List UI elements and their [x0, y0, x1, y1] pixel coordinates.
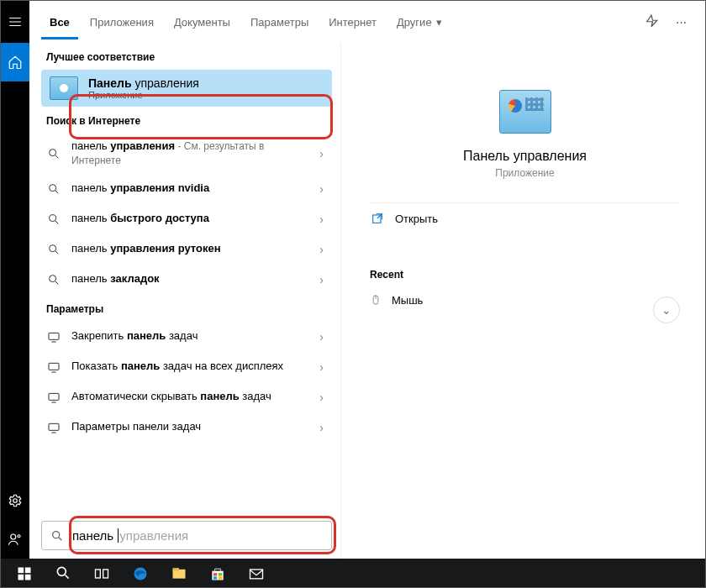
svg-rect-19: [25, 575, 31, 580]
chevron-right-icon: ›: [316, 330, 327, 344]
search-icon: [46, 243, 61, 256]
more-button[interactable]: ⋯: [669, 16, 693, 29]
chevron-right-icon: ›: [316, 213, 327, 226]
search-input[interactable]: панель управления: [41, 521, 332, 550]
search-icon: [46, 182, 61, 196]
search-icon: [46, 273, 61, 286]
taskbar: [1, 559, 705, 588]
settings-button[interactable]: [1, 481, 29, 520]
open-icon: [370, 212, 385, 225]
best-match-subtitle: Приложение: [88, 90, 199, 100]
preview-app-icon: [499, 90, 551, 134]
svg-point-6: [50, 244, 56, 251]
mail-button[interactable]: [238, 559, 275, 588]
web-result[interactable]: панель управления рутокен ›: [41, 234, 332, 265]
chevron-right-icon: ›: [316, 147, 327, 160]
preview-pane: Панель управления Приложение Открыть ⌄ R…: [340, 43, 705, 559]
svg-rect-27: [213, 573, 217, 575]
expand-button[interactable]: ⌄: [653, 297, 680, 323]
open-action[interactable]: Открыть: [370, 202, 680, 234]
svg-rect-11: [49, 423, 59, 430]
chevron-right-icon: ›: [316, 421, 327, 434]
svg-point-12: [53, 531, 60, 538]
chevron-right-icon: ›: [316, 243, 327, 256]
svg-rect-9: [49, 363, 59, 370]
svg-rect-17: [25, 568, 31, 574]
display-icon: [46, 421, 61, 434]
profile-button[interactable]: [1, 520, 29, 559]
svg-rect-8: [49, 333, 59, 339]
web-result[interactable]: панель закладок ›: [41, 265, 332, 295]
svg-rect-29: [213, 576, 217, 579]
section-settings: Параметры: [41, 295, 332, 322]
svg-rect-31: [250, 570, 263, 579]
tab-internet[interactable]: Интернет: [320, 11, 385, 34]
search-panel: Все Приложения Документы Параметры Интер…: [29, 1, 705, 559]
svg-rect-30: [219, 576, 222, 579]
section-web-search: Поиск в Интернете: [41, 107, 332, 134]
svg-point-0: [13, 499, 18, 503]
search-icon: [46, 147, 61, 160]
settings-result[interactable]: Автоматически скрывать панель задач ›: [41, 382, 332, 412]
preview-title: Панель управления: [370, 149, 680, 164]
store-button[interactable]: [199, 559, 236, 588]
svg-rect-22: [103, 570, 108, 578]
hamburger-button[interactable]: [1, 1, 29, 43]
filter-tabs: Все Приложения Документы Параметры Интер…: [29, 1, 705, 43]
settings-result[interactable]: Закрепить панель задач ›: [41, 322, 332, 352]
task-view-button[interactable]: [83, 559, 120, 588]
svg-rect-16: [18, 568, 24, 574]
preview-subtitle: Приложение: [370, 167, 680, 179]
chevron-right-icon: ›: [316, 360, 327, 374]
recent-item[interactable]: Мышь: [370, 286, 680, 314]
settings-result[interactable]: Параметры панели задач ›: [41, 412, 332, 443]
chevron-right-icon: ›: [316, 182, 327, 196]
tab-apps[interactable]: Приложения: [82, 11, 162, 34]
sidebar: [1, 1, 29, 559]
recent-header: Recent: [370, 269, 680, 286]
tab-all[interactable]: Все: [41, 5, 78, 39]
search-icon: [46, 213, 61, 226]
edge-button[interactable]: [122, 559, 159, 588]
display-icon: [46, 330, 61, 344]
chevron-down-icon: ▾: [436, 16, 442, 29]
explorer-button[interactable]: [161, 559, 198, 588]
svg-rect-21: [96, 570, 101, 578]
svg-point-3: [50, 150, 56, 156]
svg-point-1: [11, 534, 16, 539]
svg-rect-10: [49, 393, 59, 400]
tab-others[interactable]: Другие▾: [388, 11, 450, 34]
svg-point-7: [50, 275, 56, 281]
results-list: Лучшее соответствие Панель управления Пр…: [29, 43, 340, 559]
best-match-item[interactable]: Панель управления Приложение: [41, 70, 332, 107]
mouse-icon: [370, 292, 382, 307]
svg-point-2: [18, 535, 20, 538]
svg-rect-25: [173, 568, 180, 570]
section-best-match: Лучшее соответствие: [41, 43, 332, 70]
svg-rect-18: [18, 575, 24, 580]
best-match-title: Панель управления: [88, 76, 199, 90]
chevron-right-icon: ›: [316, 391, 327, 404]
control-panel-icon: [50, 76, 78, 100]
tab-documents[interactable]: Документы: [166, 11, 239, 34]
settings-result[interactable]: Показать панель задач на всех дисплеях ›: [41, 352, 332, 382]
search-icon: [50, 529, 64, 543]
taskbar-search-button[interactable]: [45, 559, 82, 588]
display-icon: [46, 391, 61, 404]
svg-rect-28: [219, 573, 222, 575]
web-result[interactable]: панель управления - См. результаты в Инт…: [41, 134, 332, 174]
svg-point-20: [57, 567, 66, 575]
svg-point-4: [50, 184, 56, 191]
feedback-button[interactable]: [637, 13, 666, 31]
home-button[interactable]: [1, 43, 29, 81]
web-result[interactable]: панель управления nvidia ›: [41, 174, 332, 204]
chevron-right-icon: ›: [316, 273, 327, 286]
web-result[interactable]: панель быстрого доступа ›: [41, 204, 332, 234]
start-button[interactable]: [6, 559, 43, 588]
svg-point-5: [50, 214, 56, 221]
tab-parameters[interactable]: Параметры: [242, 11, 317, 34]
display-icon: [46, 360, 61, 374]
